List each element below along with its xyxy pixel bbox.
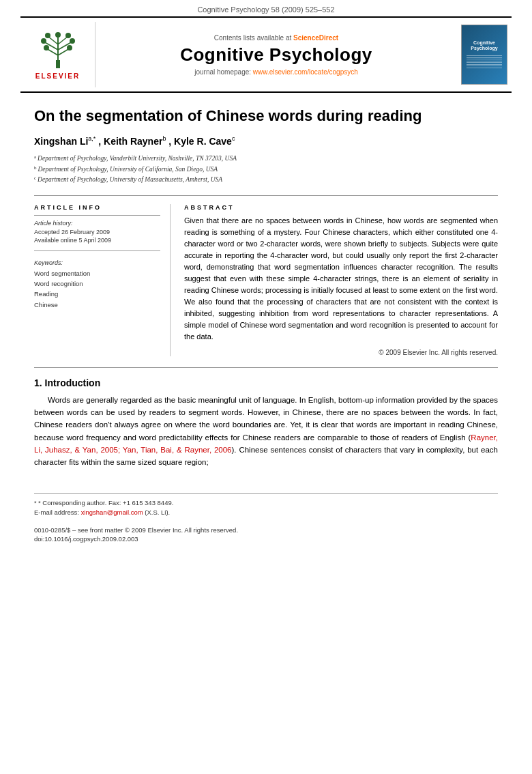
page-wrapper: Cognitive Psychology 58 (2009) 525–552 xyxy=(0,0,532,543)
affiliations: a Department of Psychology, Vanderbilt U… xyxy=(34,154,498,184)
author-xingshan: Xingshan Lia,* xyxy=(34,136,98,147)
available-date: Available online 5 April 2009 xyxy=(34,237,160,244)
authors-line: Xingshan Lia,* , Keith Raynerb , Kyle R.… xyxy=(34,136,498,147)
svg-point-9 xyxy=(41,38,46,44)
homepage-url[interactable]: www.elsevier.com/locate/cogpsych xyxy=(253,68,358,76)
affiliation-c: c Department of Psychology, University o… xyxy=(34,175,498,184)
keyword-3: Reading xyxy=(34,289,160,299)
keyword-2: Word recognition xyxy=(34,278,160,289)
affiliation-b: b Department of Psychology, University o… xyxy=(34,164,498,174)
intro-paragraph: Words are generally regarded as the basi… xyxy=(34,394,498,469)
svg-point-10 xyxy=(45,33,50,38)
footnote-email: E-mail address: xingshan@gmail.com (X.S.… xyxy=(34,508,498,517)
keywords-label: Keywords: xyxy=(34,259,160,266)
homepage-label: journal homepage: xyxy=(194,68,253,76)
svg-point-14 xyxy=(55,32,61,38)
svg-point-11 xyxy=(67,45,72,51)
svg-point-13 xyxy=(65,33,71,38)
history-label: Article history: xyxy=(34,220,160,227)
abstract-column: ABSTRACT Given that there are no spaces … xyxy=(184,204,498,356)
header-divider xyxy=(34,195,498,196)
article-title: On the segmentation of Chinese words dur… xyxy=(34,106,498,126)
article-info-column: ARTICLE INFO Article history: Accepted 2… xyxy=(34,204,171,356)
keywords-divider xyxy=(34,250,160,251)
citation-bar: Cognitive Psychology 58 (2009) 525–552 xyxy=(0,0,532,16)
article-info-heading: ARTICLE INFO xyxy=(34,204,160,211)
intro-section-number: 1. xyxy=(34,377,42,388)
citation-link-1[interactable]: Rayner, Li, Juhasz, & Yan, 2005; Yan, Ti… xyxy=(34,433,498,454)
accepted-date: Accepted 26 February 2009 xyxy=(34,229,160,235)
sciencedirect-line: Contents lists available at ScienceDirec… xyxy=(214,34,338,42)
cover-decoration xyxy=(467,55,502,70)
cover-image: CognitivePsychology xyxy=(461,25,507,85)
svg-point-12 xyxy=(70,38,75,44)
elsevier-tree-icon xyxy=(34,29,82,70)
intro-section-heading: 1. Introduction xyxy=(34,377,498,388)
svg-point-8 xyxy=(44,45,49,51)
main-content: On the segmentation of Chinese words dur… xyxy=(0,93,532,483)
article-info-abstract: ARTICLE INFO Article history: Accepted 2… xyxy=(34,204,498,356)
copyright: © 2009 Elsevier Inc. All rights reserved… xyxy=(184,349,498,356)
journal-cover: CognitivePsychology xyxy=(457,22,512,87)
info-divider xyxy=(34,215,160,216)
citation-text: Cognitive Psychology 58 (2009) 525–552 xyxy=(197,5,334,14)
footnote-corresponding: * * Corresponding author. Fax: +1 615 34… xyxy=(34,498,498,508)
elsevier-logo: ELSEVIER xyxy=(20,22,95,87)
email-link[interactable]: xingshan@gmail.com xyxy=(81,508,143,516)
journal-title-display: Cognitive Psychology xyxy=(180,44,372,66)
license-text: 0010-0285/$ – see front matter © 2009 El… xyxy=(34,526,498,534)
sciencedirect-link[interactable]: ScienceDirect xyxy=(293,34,338,42)
intro-section-title: Introduction xyxy=(45,377,101,388)
author-rayner: , Keith Raynerb xyxy=(98,136,168,147)
abstract-text: Given that there are no spaces between w… xyxy=(184,215,498,343)
affiliation-a: a Department of Psychology, Vanderbilt U… xyxy=(34,154,498,163)
doi-text: doi:10.1016/j.cogpsych.2009.02.003 xyxy=(34,535,498,543)
section-divider xyxy=(34,367,498,368)
keyword-4: Chinese xyxy=(34,300,160,310)
journal-center: Contents lists available at ScienceDirec… xyxy=(95,22,457,87)
journal-header: ELSEVIER Contents lists available at Sci… xyxy=(20,16,512,93)
elsevier-brand: ELSEVIER xyxy=(35,72,80,80)
footnote-area: * * Corresponding author. Fax: +1 615 34… xyxy=(34,493,498,543)
journal-homepage: journal homepage: www.elsevier.com/locat… xyxy=(194,68,358,76)
abstract-heading: ABSTRACT xyxy=(184,204,498,211)
cover-title: CognitivePsychology xyxy=(471,40,497,52)
svg-rect-0 xyxy=(56,60,60,68)
author-cave: , Kyle R. Cavec xyxy=(168,136,235,147)
keyword-1: Word segmentation xyxy=(34,268,160,278)
contents-label: Contents lists available at xyxy=(214,34,293,42)
